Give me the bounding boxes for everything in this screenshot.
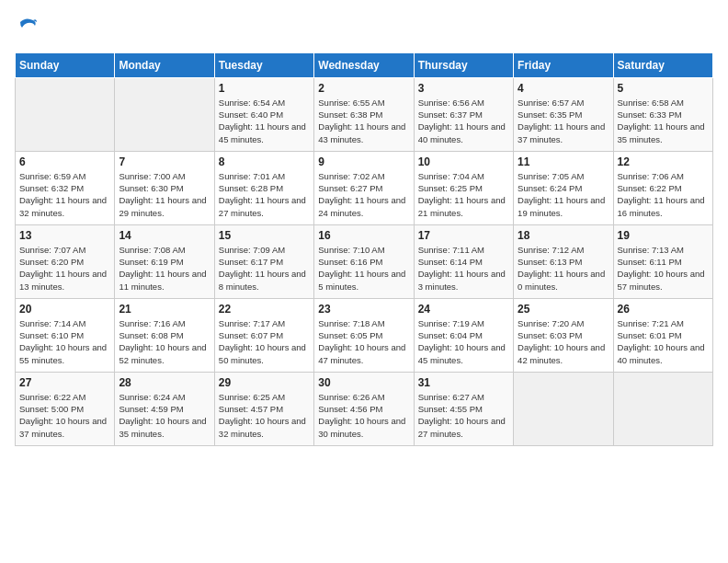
daylight: Daylight: 11 hours and 29 minutes. xyxy=(119,195,206,217)
day-info: Sunrise: 7:21 AM Sunset: 6:01 PM Dayligh… xyxy=(618,317,709,366)
sunset: Sunset: 6:32 PM xyxy=(19,183,84,193)
sunrise: Sunrise: 7:18 AM xyxy=(318,318,384,328)
calendar-cell xyxy=(613,372,712,445)
day-number: 16 xyxy=(318,229,409,242)
day-info: Sunrise: 7:09 AM Sunset: 6:17 PM Dayligh… xyxy=(219,244,310,293)
day-info: Sunrise: 7:13 AM Sunset: 6:11 PM Dayligh… xyxy=(618,244,709,293)
daylight: Daylight: 11 hours and 27 minutes. xyxy=(219,195,306,217)
day-info: Sunrise: 7:04 AM Sunset: 6:25 PM Dayligh… xyxy=(418,170,509,219)
calendar-cell: 27 Sunrise: 6:22 AM Sunset: 5:00 PM Dayl… xyxy=(16,372,115,445)
sunset: Sunset: 6:22 PM xyxy=(618,183,682,193)
sunset: Sunset: 6:14 PM xyxy=(418,257,483,267)
daylight: Daylight: 10 hours and 45 minutes. xyxy=(418,342,506,364)
daylight: Daylight: 11 hours and 8 minutes. xyxy=(219,269,306,291)
calendar-week-row: 13 Sunrise: 7:07 AM Sunset: 6:20 PM Dayl… xyxy=(16,224,713,298)
sunrise: Sunrise: 7:06 AM xyxy=(618,171,684,181)
day-info: Sunrise: 7:19 AM Sunset: 6:04 PM Dayligh… xyxy=(418,317,509,366)
calendar-cell: 6 Sunrise: 6:59 AM Sunset: 6:32 PM Dayli… xyxy=(16,151,115,224)
weekday-header: Saturday xyxy=(613,52,712,77)
weekday-header-row: SundayMondayTuesdayWednesdayThursdayFrid… xyxy=(16,52,713,77)
day-number: 1 xyxy=(219,82,310,95)
day-number: 22 xyxy=(219,303,310,316)
sunset: Sunset: 6:30 PM xyxy=(119,183,183,193)
calendar-cell: 16 Sunrise: 7:10 AM Sunset: 6:16 PM Dayl… xyxy=(314,224,414,298)
sunrise: Sunrise: 7:00 AM xyxy=(119,171,185,181)
daylight: Daylight: 11 hours and 0 minutes. xyxy=(518,269,605,291)
day-number: 23 xyxy=(318,303,409,316)
sunset: Sunset: 6:11 PM xyxy=(618,257,682,267)
day-info: Sunrise: 7:02 AM Sunset: 6:27 PM Dayligh… xyxy=(318,170,409,219)
day-info: Sunrise: 7:14 AM Sunset: 6:10 PM Dayligh… xyxy=(19,317,110,366)
day-number: 28 xyxy=(119,376,210,389)
sunrise: Sunrise: 6:27 AM xyxy=(418,392,484,402)
sunset: Sunset: 6:35 PM xyxy=(518,109,582,120)
day-info: Sunrise: 6:59 AM Sunset: 6:32 PM Dayligh… xyxy=(19,170,110,219)
daylight: Daylight: 11 hours and 5 minutes. xyxy=(318,269,405,291)
calendar-cell: 24 Sunrise: 7:19 AM Sunset: 6:04 PM Dayl… xyxy=(414,298,513,372)
sunrise: Sunrise: 7:04 AM xyxy=(418,171,484,181)
sunset: Sunset: 6:20 PM xyxy=(19,257,84,267)
calendar-cell: 29 Sunrise: 6:25 AM Sunset: 4:57 PM Dayl… xyxy=(214,372,313,445)
sunset: Sunset: 5:00 PM xyxy=(19,404,84,414)
sunset: Sunset: 6:24 PM xyxy=(518,183,582,193)
daylight: Daylight: 11 hours and 24 minutes. xyxy=(318,195,405,217)
day-info: Sunrise: 7:18 AM Sunset: 6:05 PM Dayligh… xyxy=(318,317,409,366)
sunset: Sunset: 6:19 PM xyxy=(119,257,183,267)
calendar-cell: 1 Sunrise: 6:54 AM Sunset: 6:40 PM Dayli… xyxy=(214,77,313,151)
daylight: Daylight: 11 hours and 40 minutes. xyxy=(418,121,506,144)
weekday-header: Monday xyxy=(115,52,214,77)
day-number: 19 xyxy=(618,229,709,242)
day-info: Sunrise: 6:55 AM Sunset: 6:38 PM Dayligh… xyxy=(318,97,409,145)
daylight: Daylight: 11 hours and 43 minutes. xyxy=(318,121,405,144)
day-number: 9 xyxy=(318,155,409,168)
sunrise: Sunrise: 6:22 AM xyxy=(19,392,85,402)
calendar-cell: 19 Sunrise: 7:13 AM Sunset: 6:11 PM Dayl… xyxy=(613,224,712,298)
sunrise: Sunrise: 6:59 AM xyxy=(19,171,85,181)
calendar-cell: 31 Sunrise: 6:27 AM Sunset: 4:55 PM Dayl… xyxy=(414,372,513,445)
calendar-cell: 30 Sunrise: 6:26 AM Sunset: 4:56 PM Dayl… xyxy=(314,372,414,445)
daylight: Daylight: 10 hours and 50 minutes. xyxy=(219,342,306,364)
calendar-cell xyxy=(16,77,115,151)
day-info: Sunrise: 7:00 AM Sunset: 6:30 PM Dayligh… xyxy=(119,170,210,219)
day-info: Sunrise: 6:54 AM Sunset: 6:40 PM Dayligh… xyxy=(219,97,310,145)
day-info: Sunrise: 6:25 AM Sunset: 4:57 PM Dayligh… xyxy=(219,391,310,440)
day-number: 27 xyxy=(19,376,110,389)
calendar-cell: 20 Sunrise: 7:14 AM Sunset: 6:10 PM Dayl… xyxy=(16,298,115,372)
sunrise: Sunrise: 7:17 AM xyxy=(219,318,285,328)
sunset: Sunset: 6:05 PM xyxy=(318,330,382,340)
sunrise: Sunrise: 6:56 AM xyxy=(418,98,484,108)
day-number: 2 xyxy=(318,82,409,95)
day-number: 11 xyxy=(518,155,609,168)
daylight: Daylight: 10 hours and 27 minutes. xyxy=(418,416,506,438)
sunset: Sunset: 6:10 PM xyxy=(19,330,84,340)
calendar-cell: 23 Sunrise: 7:18 AM Sunset: 6:05 PM Dayl… xyxy=(314,298,414,372)
calendar-cell xyxy=(115,77,214,151)
day-info: Sunrise: 6:26 AM Sunset: 4:56 PM Dayligh… xyxy=(318,391,409,440)
weekday-header: Sunday xyxy=(16,52,115,77)
daylight: Daylight: 11 hours and 32 minutes. xyxy=(19,195,107,217)
sunrise: Sunrise: 7:08 AM xyxy=(119,245,185,255)
sunset: Sunset: 6:04 PM xyxy=(418,330,483,340)
calendar-week-row: 1 Sunrise: 6:54 AM Sunset: 6:40 PM Dayli… xyxy=(16,77,713,151)
logo-bird-icon xyxy=(17,15,39,37)
sunset: Sunset: 6:25 PM xyxy=(418,183,483,193)
sunset: Sunset: 6:07 PM xyxy=(219,330,283,340)
page-header xyxy=(15,15,713,41)
sunrise: Sunrise: 7:11 AM xyxy=(418,245,484,255)
day-info: Sunrise: 7:12 AM Sunset: 6:13 PM Dayligh… xyxy=(518,244,609,293)
sunrise: Sunrise: 6:26 AM xyxy=(318,392,384,402)
day-info: Sunrise: 6:58 AM Sunset: 6:33 PM Dayligh… xyxy=(618,97,709,145)
sunrise: Sunrise: 6:55 AM xyxy=(318,98,384,108)
calendar-cell: 22 Sunrise: 7:17 AM Sunset: 6:07 PM Dayl… xyxy=(214,298,313,372)
sunrise: Sunrise: 7:13 AM xyxy=(618,245,684,255)
day-number: 14 xyxy=(119,229,210,242)
day-number: 30 xyxy=(318,376,409,389)
sunrise: Sunrise: 7:20 AM xyxy=(518,318,584,328)
sunrise: Sunrise: 7:05 AM xyxy=(518,171,584,181)
daylight: Daylight: 11 hours and 19 minutes. xyxy=(518,195,605,217)
day-number: 5 xyxy=(618,82,709,95)
day-number: 24 xyxy=(418,303,509,316)
sunrise: Sunrise: 7:07 AM xyxy=(19,245,85,255)
sunrise: Sunrise: 7:14 AM xyxy=(19,318,85,328)
day-number: 6 xyxy=(19,155,110,168)
